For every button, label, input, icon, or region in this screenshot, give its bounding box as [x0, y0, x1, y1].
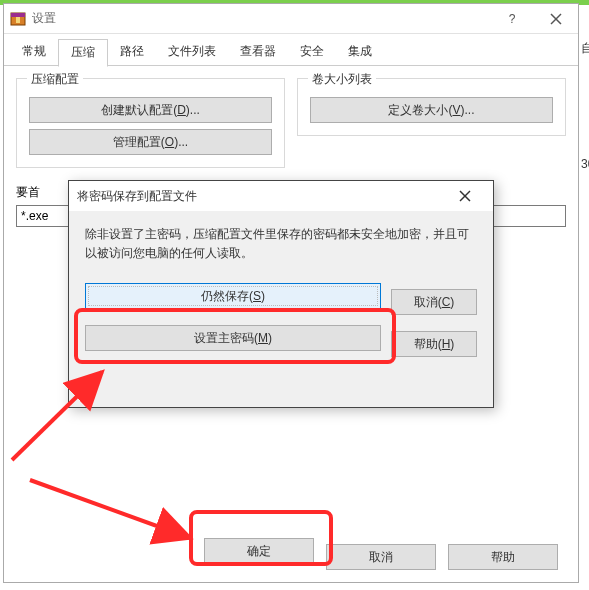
btn-text: )	[450, 337, 454, 351]
bottom-button-bar: 确定 取消 帮助	[4, 538, 578, 570]
save-password-dialog: 将密码保存到配置文件 除非设置了主密码，压缩配置文件里保存的密码都未安全地加密，…	[68, 180, 494, 408]
btn-text: )...	[186, 103, 200, 117]
cancel-button[interactable]: 取消	[326, 544, 436, 570]
btn-text: 创建默认配置(	[101, 103, 177, 117]
window-title: 设置	[32, 10, 56, 27]
create-default-profile-button[interactable]: 创建默认配置(D)...	[29, 97, 272, 123]
tab-integration[interactable]: 集成	[336, 39, 384, 67]
dialog-cancel-button[interactable]: 取消(C)	[391, 289, 477, 315]
manage-profile-button[interactable]: 管理配置(O)...	[29, 129, 272, 155]
btn-text: 取消(	[414, 295, 442, 309]
accelerator: M	[258, 331, 268, 345]
bg-text: 自	[581, 40, 589, 57]
accelerator: D	[177, 103, 186, 117]
btn-text: 仍然保存(	[201, 289, 253, 303]
volume-size-group: 卷大小列表 定义卷大小(V)...	[297, 78, 566, 136]
close-icon[interactable]	[534, 4, 578, 34]
svg-rect-2	[16, 17, 20, 23]
help-icon[interactable]: ?	[490, 4, 534, 34]
save-anyway-button[interactable]: 仍然保存(S)	[85, 283, 381, 309]
close-icon[interactable]	[445, 182, 485, 210]
tabs: 常规 压缩 路径 文件列表 查看器 安全 集成	[4, 38, 578, 66]
accelerator: S	[253, 289, 261, 303]
background-right-hint: 自 30	[581, 40, 589, 240]
group-legend: 卷大小列表	[308, 71, 376, 88]
titlebar: 设置 ?	[4, 4, 578, 34]
tab-security[interactable]: 安全	[288, 39, 336, 67]
btn-text: )...	[174, 135, 188, 149]
tab-compression[interactable]: 压缩	[58, 39, 108, 67]
btn-text: )...	[461, 103, 475, 117]
set-master-password-button[interactable]: 设置主密码(M)	[85, 325, 381, 351]
dialog-title: 将密码保存到配置文件	[77, 188, 197, 205]
btn-text: 帮助(	[414, 337, 442, 351]
define-volume-size-button[interactable]: 定义卷大小(V)...	[310, 97, 553, 123]
btn-text: )	[261, 289, 265, 303]
bg-text: 30	[581, 157, 589, 171]
app-icon	[10, 11, 26, 27]
svg-rect-1	[11, 13, 25, 17]
compression-profile-group: 压缩配置 创建默认配置(D)... 管理配置(O)...	[16, 78, 285, 168]
dialog-message: 除非设置了主密码，压缩配置文件里保存的密码都未安全地加密，并且可以被访问您电脑的…	[69, 211, 493, 277]
tab-filelist[interactable]: 文件列表	[156, 39, 228, 67]
accelerator: O	[165, 135, 174, 149]
group-legend: 压缩配置	[27, 71, 83, 88]
btn-text: 设置主密码(	[194, 331, 258, 345]
btn-text: )	[450, 295, 454, 309]
ok-button[interactable]: 确定	[204, 538, 314, 564]
tab-general[interactable]: 常规	[10, 39, 58, 67]
dialog-titlebar: 将密码保存到配置文件	[69, 181, 493, 211]
accelerator: V	[452, 103, 460, 117]
btn-text: )	[268, 331, 272, 345]
btn-text: 定义卷大小(	[388, 103, 452, 117]
help-button[interactable]: 帮助	[448, 544, 558, 570]
btn-text: 管理配置(	[113, 135, 165, 149]
tab-viewer[interactable]: 查看器	[228, 39, 288, 67]
dialog-help-button[interactable]: 帮助(H)	[391, 331, 477, 357]
tab-path[interactable]: 路径	[108, 39, 156, 67]
